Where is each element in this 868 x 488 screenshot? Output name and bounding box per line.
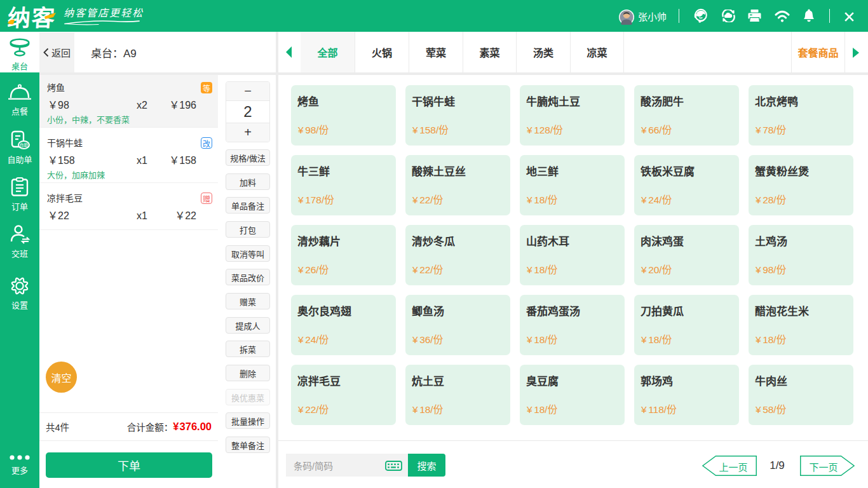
- svg-text:自助: 自助: [20, 142, 29, 148]
